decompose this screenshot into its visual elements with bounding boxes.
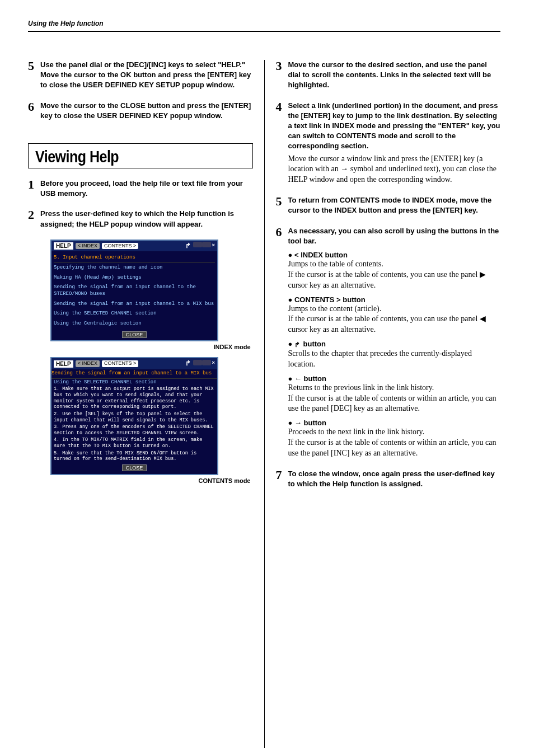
bullet-title: ● < INDEX button	[288, 251, 501, 259]
index-button[interactable]: < INDEX	[76, 243, 100, 250]
figure-caption: CONTENTS mode	[50, 477, 253, 484]
step-number: 5	[28, 60, 40, 91]
close-icon[interactable]: ×	[212, 243, 215, 250]
step-number: 4	[276, 101, 288, 186]
r-step4-body: Move the cursor a window link and press …	[288, 154, 501, 186]
viewing-help-steps: 1 Before you proceed, load the help file…	[28, 179, 253, 229]
r-step4-text: Select a link (underlined portion) in th…	[288, 101, 501, 152]
step-number: 6	[276, 226, 288, 459]
r-step-5: 5 To return from CONTENTS mode to INDEX …	[276, 195, 501, 215]
article-line: 3. Press any one of the encoders of the …	[51, 424, 217, 437]
chapter-up-icon[interactable]	[185, 359, 192, 368]
desc-line: If the cursor is at the table of content…	[288, 393, 501, 415]
bullet-title: ● → button	[288, 419, 501, 427]
desc-line: Jumps to the content (article).	[288, 304, 501, 314]
step-number: 1	[28, 179, 40, 199]
article-line: 5. Make sure that the TO MIX SEND ON/OFF…	[51, 450, 217, 463]
help-link[interactable]: Using the SELECTED CHANNEL section	[54, 309, 215, 319]
r-step-3: 3 Move the cursor to the desired section…	[276, 60, 501, 91]
desc-line: Scrolls to the chapter that precedes the…	[288, 349, 501, 370]
article-subtitle: Using the SELECTED CHANNEL section	[51, 379, 217, 387]
help-link[interactable]: Sending the signal from an input channel…	[54, 299, 215, 309]
right-steps: 3 Move the cursor to the desired section…	[276, 60, 501, 489]
r-step6-text: As necessary, you can also scroll by usi…	[288, 226, 501, 246]
article-line: 4. In the TO MIX/TO MATRIX field in the …	[51, 437, 217, 450]
bullet-title: ● CONTENTS > button	[288, 295, 501, 304]
article-line: 1. Make sure that an output port is assi…	[51, 386, 217, 411]
help-link[interactable]: Sending the signal from an input channel…	[54, 283, 215, 299]
vh-step-2: 2 Press the user-defined key to which th…	[28, 209, 253, 229]
contents-button[interactable]: CONTENTS >	[102, 360, 138, 367]
desc-line: Returns to the previous link in the link…	[288, 383, 501, 393]
help-titlebar: HELP < INDEX CONTENTS > ×	[51, 241, 217, 252]
section-heading: Viewing Help	[35, 147, 246, 166]
index-button[interactable]: < INDEX	[76, 360, 100, 367]
help-link[interactable]: Using the Centralogic section	[54, 319, 215, 329]
r-step5-text: To return from CONTENTS mode to INDEX mo…	[288, 195, 501, 215]
figure-contents-mode: HELP < INDEX CONTENTS > × Sending the si…	[50, 357, 253, 483]
help-window-index: HELP < INDEX CONTENTS > × 5. Input chann…	[50, 240, 218, 342]
article-title: Sending the signal from an input channel…	[51, 369, 217, 379]
r-step-4: 4 Select a link (underlined portion) in …	[276, 101, 501, 186]
back-icon[interactable]	[193, 360, 202, 365]
step-number: 7	[276, 469, 288, 489]
help-body: Sending the signal from an input channel…	[51, 369, 217, 463]
forward-icon[interactable]	[202, 360, 211, 365]
right-column: 3 Move the cursor to the desired section…	[276, 60, 501, 748]
help-close-row: CLOSE	[51, 463, 217, 474]
step-number: 2	[28, 209, 40, 229]
forward-icon[interactable]	[202, 242, 211, 247]
figure-index-mode: HELP < INDEX CONTENTS > × 5. Input chann…	[50, 240, 253, 351]
back-icon[interactable]	[193, 242, 202, 247]
page: Using the Help function 5 Use the panel …	[0, 0, 534, 756]
r-step3-text: Move the cursor to the desired section, …	[288, 60, 501, 91]
step-number: 3	[276, 60, 288, 91]
help-title-label: HELP	[54, 360, 73, 368]
help-close-row: CLOSE	[51, 330, 217, 341]
two-column-layout: 5 Use the panel dial or the [DEC]/[INC] …	[28, 60, 500, 748]
bullet-title: ● ← button	[288, 374, 501, 383]
step-5-text: Use the panel dial or the [DEC]/[INC] ke…	[40, 60, 253, 91]
help-title-label: HELP	[54, 242, 73, 250]
chapter-up-button-desc: ● button Scrolls to the chapter that pre…	[288, 340, 501, 369]
step-5: 5 Use the panel dial or the [DEC]/[INC] …	[28, 60, 253, 91]
help-window-contents: HELP < INDEX CONTENTS > × Sending the si…	[50, 357, 218, 475]
close-icon[interactable]: ×	[212, 360, 215, 367]
contents-button-desc: ● CONTENTS > button Jumps to the content…	[288, 295, 501, 336]
close-button[interactable]: CLOSE	[122, 464, 147, 471]
continued-steps: 5 Use the panel dial or the [DEC]/[INC] …	[28, 60, 253, 121]
contents-button[interactable]: CONTENTS >	[102, 243, 138, 250]
desc-line: If the cursor is at the table of content…	[288, 314, 501, 335]
toolbar-icons: ×	[185, 242, 215, 251]
help-link[interactable]: Making HA (Head Amp) settings	[54, 273, 215, 283]
desc-line: If the cursor is at the table of content…	[288, 438, 501, 459]
help-link[interactable]: Specifying the channel name and icon	[54, 263, 215, 273]
bullet-title: ● button	[288, 340, 501, 349]
chapter-up-icon[interactable]	[185, 242, 192, 251]
column-rule	[264, 60, 265, 748]
article-line: 2. Use the [SEL] keys of the top panel t…	[51, 411, 217, 424]
running-head: Using the Help function	[28, 20, 500, 27]
step-number: 6	[28, 101, 40, 121]
help-body: 5. Input channel operations Specifying t…	[51, 251, 217, 330]
toolbar-icons: ×	[185, 359, 215, 368]
step-6-text: Move the cursor to the CLOSE button and …	[40, 101, 253, 121]
close-button[interactable]: CLOSE	[122, 331, 147, 338]
desc-line: If the cursor is at the table of content…	[288, 270, 501, 291]
vh-step1-text: Before you proceed, load the help file o…	[40, 179, 253, 199]
step-number: 5	[276, 195, 288, 215]
forward-button-desc: ● → button Proceeds to the next link in …	[288, 419, 501, 459]
chapter-up-icon	[294, 341, 301, 349]
section-heading-box: Viewing Help	[28, 143, 253, 168]
back-button-desc: ● ← button Returns to the previous link …	[288, 374, 501, 415]
help-chapter-header: 5. Input channel operations	[54, 253, 215, 263]
vh-step-1: 1 Before you proceed, load the help file…	[28, 179, 253, 199]
help-titlebar: HELP < INDEX CONTENTS > ×	[51, 358, 217, 369]
desc-line: Jumps to the table of contents.	[288, 259, 501, 270]
r-step7-text: To close the window, once again press th…	[288, 469, 501, 489]
left-column: 5 Use the panel dial or the [DEC]/[INC] …	[28, 60, 253, 748]
header-rule	[28, 31, 500, 32]
index-button-desc: ● < INDEX button Jumps to the table of c…	[288, 251, 501, 291]
r-step-7: 7 To close the window, once again press …	[276, 469, 501, 489]
r-step-6: 6 As necessary, you can also scroll by u…	[276, 226, 501, 459]
